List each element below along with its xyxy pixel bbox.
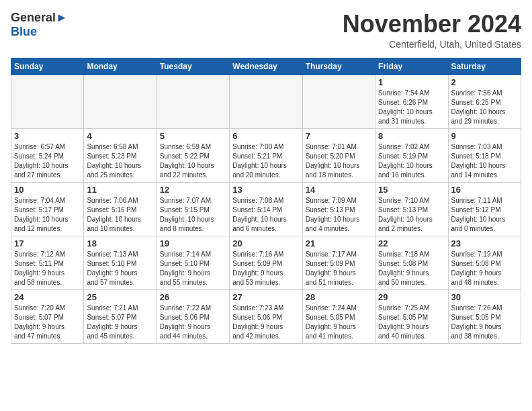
calendar-cell: 16Sunrise: 7:11 AM Sunset: 5:12 PM Dayli… <box>448 182 521 236</box>
day-number: 21 <box>306 238 372 248</box>
calendar-cell: 15Sunrise: 7:10 AM Sunset: 5:13 PM Dayli… <box>375 182 448 236</box>
day-number: 12 <box>160 185 226 195</box>
week-row-5: 24Sunrise: 7:20 AM Sunset: 5:07 PM Dayli… <box>11 289 521 343</box>
day-info: Sunrise: 7:19 AM Sunset: 5:08 PM Dayligh… <box>451 250 518 287</box>
day-number: 18 <box>87 238 153 248</box>
calendar-cell: 28Sunrise: 7:24 AM Sunset: 5:05 PM Dayli… <box>302 289 375 343</box>
day-number: 17 <box>14 238 81 248</box>
header-friday: Friday <box>375 58 448 75</box>
header-monday: Monday <box>84 58 157 75</box>
logo-line1: General► <box>11 11 68 25</box>
calendar-cell: 3Sunrise: 6:57 AM Sunset: 5:24 PM Daylig… <box>11 128 84 182</box>
day-number: 6 <box>232 131 299 141</box>
day-number: 23 <box>451 238 518 248</box>
day-info: Sunrise: 7:56 AM Sunset: 6:25 PM Dayligh… <box>451 89 518 126</box>
day-number: 22 <box>378 238 445 248</box>
day-info: Sunrise: 7:21 AM Sunset: 5:07 PM Dayligh… <box>87 304 153 341</box>
calendar-cell: 13Sunrise: 7:08 AM Sunset: 5:14 PM Dayli… <box>230 182 302 236</box>
calendar-cell: 29Sunrise: 7:25 AM Sunset: 5:05 PM Dayli… <box>375 289 448 343</box>
calendar-cell: 19Sunrise: 7:14 AM Sunset: 5:10 PM Dayli… <box>157 236 229 289</box>
day-number: 1 <box>378 77 445 87</box>
day-info: Sunrise: 7:04 AM Sunset: 5:17 PM Dayligh… <box>14 196 81 234</box>
day-number: 13 <box>232 185 299 195</box>
day-number: 20 <box>232 238 299 248</box>
day-info: Sunrise: 7:06 AM Sunset: 5:16 PM Dayligh… <box>87 196 153 234</box>
day-number: 15 <box>378 185 445 195</box>
day-info: Sunrise: 7:12 AM Sunset: 5:11 PM Dayligh… <box>14 250 81 287</box>
day-number: 8 <box>378 131 445 141</box>
calendar-cell: 23Sunrise: 7:19 AM Sunset: 5:08 PM Dayli… <box>448 236 521 289</box>
logo: General► Blue <box>11 11 68 38</box>
day-info: Sunrise: 7:07 AM Sunset: 5:15 PM Dayligh… <box>160 196 226 234</box>
day-info: Sunrise: 7:17 AM Sunset: 5:09 PM Dayligh… <box>306 250 372 287</box>
calendar-cell <box>84 75 157 128</box>
day-number: 19 <box>160 238 226 248</box>
calendar-cell: 4Sunrise: 6:58 AM Sunset: 5:23 PM Daylig… <box>84 128 157 182</box>
day-number: 14 <box>306 185 372 195</box>
calendar-cell: 27Sunrise: 7:23 AM Sunset: 5:06 PM Dayli… <box>230 289 302 343</box>
day-number: 30 <box>451 292 518 302</box>
calendar-cell: 17Sunrise: 7:12 AM Sunset: 5:11 PM Dayli… <box>11 236 84 289</box>
calendar-cell: 22Sunrise: 7:18 AM Sunset: 5:08 PM Dayli… <box>375 236 448 289</box>
calendar-cell <box>11 75 84 128</box>
day-info: Sunrise: 7:03 AM Sunset: 5:18 PM Dayligh… <box>451 142 518 180</box>
day-number: 2 <box>451 77 518 87</box>
day-info: Sunrise: 7:26 AM Sunset: 5:05 PM Dayligh… <box>451 304 518 341</box>
day-info: Sunrise: 7:13 AM Sunset: 5:10 PM Dayligh… <box>87 250 153 287</box>
day-number: 4 <box>87 131 153 141</box>
day-number: 27 <box>232 292 299 302</box>
day-number: 24 <box>14 292 81 302</box>
calendar-cell: 26Sunrise: 7:22 AM Sunset: 5:06 PM Dayli… <box>157 289 229 343</box>
calendar-header-row: SundayMondayTuesdayWednesdayThursdayFrid… <box>11 58 521 75</box>
day-number: 26 <box>160 292 226 302</box>
day-info: Sunrise: 7:16 AM Sunset: 5:09 PM Dayligh… <box>232 250 299 287</box>
week-row-2: 3Sunrise: 6:57 AM Sunset: 5:24 PM Daylig… <box>11 128 521 182</box>
day-info: Sunrise: 7:00 AM Sunset: 5:21 PM Dayligh… <box>232 142 299 180</box>
title-block: November 2024 Centerfield, Utah, United … <box>343 11 521 50</box>
calendar-cell: 25Sunrise: 7:21 AM Sunset: 5:07 PM Dayli… <box>84 289 157 343</box>
day-info: Sunrise: 6:58 AM Sunset: 5:23 PM Dayligh… <box>87 142 153 180</box>
header-thursday: Thursday <box>302 58 375 75</box>
day-number: 5 <box>160 131 226 141</box>
calendar-cell: 11Sunrise: 7:06 AM Sunset: 5:16 PM Dayli… <box>84 182 157 236</box>
day-info: Sunrise: 6:57 AM Sunset: 5:24 PM Dayligh… <box>14 142 81 180</box>
calendar-cell: 30Sunrise: 7:26 AM Sunset: 5:05 PM Dayli… <box>448 289 521 343</box>
day-info: Sunrise: 7:02 AM Sunset: 5:19 PM Dayligh… <box>378 142 445 180</box>
week-row-4: 17Sunrise: 7:12 AM Sunset: 5:11 PM Dayli… <box>11 236 521 289</box>
month-title: November 2024 <box>343 11 521 38</box>
day-info: Sunrise: 7:14 AM Sunset: 5:10 PM Dayligh… <box>160 250 226 287</box>
calendar-cell: 21Sunrise: 7:17 AM Sunset: 5:09 PM Dayli… <box>302 236 375 289</box>
day-number: 16 <box>451 185 518 195</box>
day-number: 11 <box>87 185 153 195</box>
calendar-cell: 12Sunrise: 7:07 AM Sunset: 5:15 PM Dayli… <box>157 182 229 236</box>
day-info: Sunrise: 7:25 AM Sunset: 5:05 PM Dayligh… <box>378 304 445 341</box>
calendar-table: SundayMondayTuesdayWednesdayThursdayFrid… <box>11 58 521 344</box>
calendar-cell: 24Sunrise: 7:20 AM Sunset: 5:07 PM Dayli… <box>11 289 84 343</box>
day-info: Sunrise: 7:11 AM Sunset: 5:12 PM Dayligh… <box>451 196 518 234</box>
day-info: Sunrise: 7:09 AM Sunset: 5:13 PM Dayligh… <box>306 196 372 234</box>
calendar-cell: 1Sunrise: 7:54 AM Sunset: 6:26 PM Daylig… <box>375 75 448 128</box>
day-info: Sunrise: 7:18 AM Sunset: 5:08 PM Dayligh… <box>378 250 445 287</box>
day-info: Sunrise: 6:59 AM Sunset: 5:22 PM Dayligh… <box>160 142 226 180</box>
calendar-cell <box>302 75 375 128</box>
day-number: 10 <box>14 185 81 195</box>
header-tuesday: Tuesday <box>157 58 229 75</box>
calendar-cell <box>157 75 229 128</box>
calendar-body: 1Sunrise: 7:54 AM Sunset: 6:26 PM Daylig… <box>11 75 521 343</box>
calendar-cell: 14Sunrise: 7:09 AM Sunset: 5:13 PM Dayli… <box>302 182 375 236</box>
calendar-cell: 8Sunrise: 7:02 AM Sunset: 5:19 PM Daylig… <box>375 128 448 182</box>
day-info: Sunrise: 7:24 AM Sunset: 5:05 PM Dayligh… <box>306 304 372 341</box>
day-info: Sunrise: 7:10 AM Sunset: 5:13 PM Dayligh… <box>378 196 445 234</box>
day-info: Sunrise: 7:08 AM Sunset: 5:14 PM Dayligh… <box>232 196 299 234</box>
location: Centerfield, Utah, United States <box>343 39 521 50</box>
day-number: 3 <box>14 131 81 141</box>
calendar-cell: 2Sunrise: 7:56 AM Sunset: 6:25 PM Daylig… <box>448 75 521 128</box>
day-number: 29 <box>378 292 445 302</box>
day-number: 28 <box>306 292 372 302</box>
calendar-cell: 9Sunrise: 7:03 AM Sunset: 5:18 PM Daylig… <box>448 128 521 182</box>
calendar-cell: 10Sunrise: 7:04 AM Sunset: 5:17 PM Dayli… <box>11 182 84 236</box>
day-info: Sunrise: 7:20 AM Sunset: 5:07 PM Dayligh… <box>14 304 81 341</box>
calendar-cell: 5Sunrise: 6:59 AM Sunset: 5:22 PM Daylig… <box>157 128 229 182</box>
day-number: 7 <box>306 131 372 141</box>
header-sunday: Sunday <box>11 58 84 75</box>
